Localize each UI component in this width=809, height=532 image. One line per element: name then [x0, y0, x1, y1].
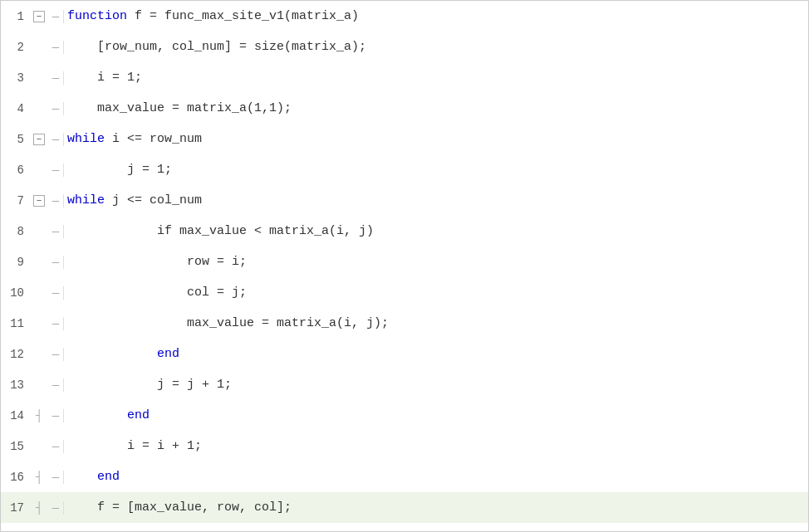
line-code: i = 1; — [64, 62, 142, 93]
code-line: 3— i = 1; — [1, 62, 808, 93]
line-number: 6 — [1, 164, 31, 177]
line-code: j = j + 1; — [64, 369, 232, 400]
code-line: 9— row = i; — [1, 246, 808, 277]
line-gutter: 8— — [1, 225, 64, 238]
collapse-icon[interactable]: − — [33, 11, 45, 22]
code-editor: 1−—function f = func_max_site_v1(matrix_… — [0, 0, 809, 532]
code-line: 16┤— end — [1, 461, 808, 492]
line-dash: — — [47, 102, 64, 115]
line-gutter: 5−— — [1, 133, 64, 146]
line-dash: — — [47, 348, 64, 361]
line-connector: ┤ — [36, 471, 42, 484]
line-dash: — — [47, 317, 64, 330]
code-line: 10— col = j; — [1, 277, 808, 308]
code-line: 12— end — [1, 339, 808, 369]
line-gutter: 10— — [1, 286, 64, 300]
line-code: i = i + 1; — [64, 431, 202, 461]
line-number: 9 — [1, 256, 31, 269]
code-line: 14┤— end — [1, 400, 808, 431]
line-code: row = i; — [64, 246, 247, 277]
line-gutter: 16┤— — [1, 471, 64, 484]
code-line: 4— max_value = matrix_a(1,1); — [1, 93, 808, 124]
line-dash: — — [47, 10, 64, 23]
line-number: 4 — [1, 102, 31, 115]
code-line: 7−—while j <= col_num — [1, 185, 808, 216]
line-connector: ┤ — [36, 501, 42, 515]
line-dash: — — [47, 471, 64, 484]
line-code: if max_value < matrix_a(i, j) — [64, 216, 374, 246]
line-dash: — — [47, 133, 64, 146]
line-number: 15 — [1, 440, 31, 453]
line-code: end — [64, 400, 150, 431]
code-line: 5−—while i <= row_num — [1, 124, 808, 154]
line-dash: — — [47, 164, 64, 177]
line-code: [row_num, col_num] = size(matrix_a); — [64, 32, 366, 62]
line-number: 11 — [1, 317, 31, 330]
line-dash: — — [47, 71, 64, 85]
line-code: while j <= col_num — [64, 185, 202, 216]
code-line: 6— j = 1; — [1, 154, 808, 185]
line-dash: — — [47, 256, 64, 269]
code-line: 17┤— f = [max_value, row, col]; — [1, 492, 808, 523]
line-dash: — — [47, 501, 64, 515]
line-gutter: 15— — [1, 440, 64, 453]
line-gutter: 1−— — [1, 10, 64, 23]
line-dash: — — [47, 409, 64, 422]
line-number: 10 — [1, 286, 31, 300]
line-number: 1 — [1, 10, 31, 23]
line-gutter: 3— — [1, 71, 64, 85]
line-code: col = j; — [64, 277, 247, 308]
line-gutter: 7−— — [1, 194, 64, 207]
code-line: 15— i = i + 1; — [1, 431, 808, 461]
line-number: 3 — [1, 71, 31, 85]
line-dash: — — [47, 225, 64, 238]
line-number: 2 — [1, 41, 31, 54]
line-number: 13 — [1, 378, 31, 392]
line-gutter: 9— — [1, 256, 64, 269]
line-code: max_value = matrix_a(i, j); — [64, 308, 389, 339]
line-code: f = [max_value, row, col]; — [64, 492, 292, 523]
line-code: max_value = matrix_a(1,1); — [64, 93, 292, 124]
line-gutter: 13— — [1, 378, 64, 392]
line-number: 7 — [1, 194, 31, 207]
line-connector: ┤ — [36, 409, 42, 422]
code-line: 13— j = j + 1; — [1, 369, 808, 400]
line-dash: — — [47, 194, 64, 207]
line-code: function f = func_max_site_v1(matrix_a) — [64, 1, 359, 32]
line-number: 5 — [1, 133, 31, 146]
line-dash: — — [47, 286, 64, 300]
line-gutter: 17┤— — [1, 501, 64, 515]
line-gutter: 11— — [1, 317, 64, 330]
line-number: 17 — [1, 501, 31, 515]
line-gutter: 4— — [1, 102, 64, 115]
code-line: 8— if max_value < matrix_a(i, j) — [1, 216, 808, 246]
line-number: 14 — [1, 409, 31, 422]
code-line: 11— max_value = matrix_a(i, j); — [1, 308, 808, 339]
line-gutter: 12— — [1, 348, 64, 361]
line-gutter: 14┤— — [1, 409, 64, 422]
line-code: end — [64, 461, 120, 492]
line-number: 8 — [1, 225, 31, 238]
code-area: 1−—function f = func_max_site_v1(matrix_… — [1, 1, 808, 523]
collapse-icon[interactable]: − — [33, 134, 45, 145]
line-code: while i <= row_num — [64, 124, 202, 154]
line-gutter: 2— — [1, 41, 64, 54]
code-line: 2— [row_num, col_num] = size(matrix_a); — [1, 32, 808, 62]
line-dash: — — [47, 440, 64, 453]
line-code: j = 1; — [64, 154, 172, 185]
line-dash: — — [47, 41, 64, 54]
collapse-icon[interactable]: − — [33, 195, 45, 207]
line-code: end — [64, 339, 179, 369]
line-number: 12 — [1, 348, 31, 361]
line-dash: — — [47, 378, 64, 392]
line-number: 16 — [1, 471, 31, 484]
line-gutter: 6— — [1, 164, 64, 177]
code-line: 1−—function f = func_max_site_v1(matrix_… — [1, 1, 808, 32]
